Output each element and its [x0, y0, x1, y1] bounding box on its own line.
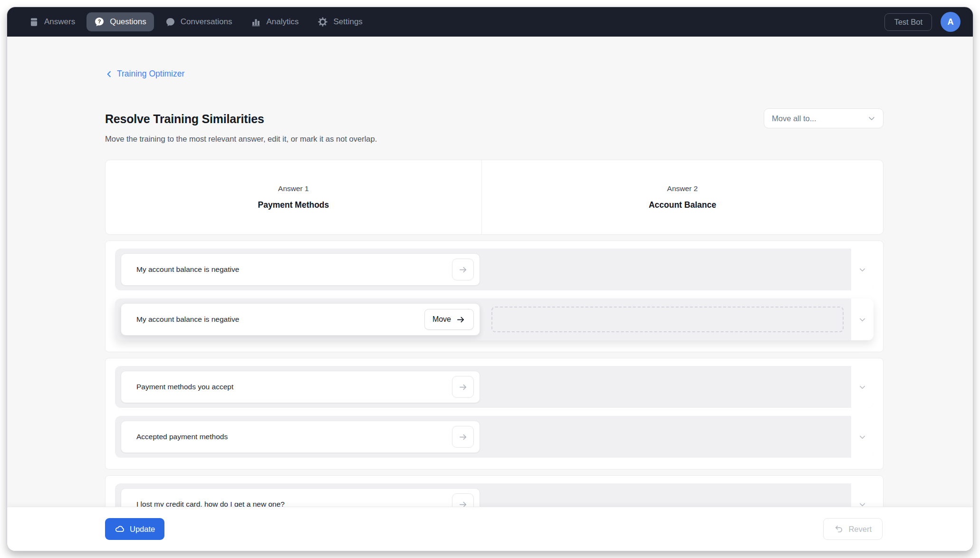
training-row: Payment methods you accept [115, 366, 874, 408]
undo-icon [834, 524, 844, 534]
training-row: Accepted payment methods [115, 416, 874, 458]
similarity-group: I lost my credit card, how do I get a ne… [105, 475, 884, 507]
answer-columns-header: Answer 1 Payment Methods Answer 2 Accoun… [105, 160, 884, 235]
expand-row-chevron[interactable] [851, 416, 874, 458]
title-block: Resolve Training Similarities Move the t… [105, 112, 377, 144]
expand-row-chevron[interactable] [851, 249, 874, 290]
analytics-icon [251, 17, 261, 27]
training-phrase-text: I lost my credit card, how do I get a ne… [136, 500, 452, 507]
page-subtitle: Move the training to the most relevant a… [105, 135, 377, 144]
training-phrase-card[interactable]: My account balance is negative Move [121, 303, 480, 336]
move-button-label: Move [432, 315, 451, 324]
svg-text:?: ? [98, 19, 101, 24]
drop-target-placeholder[interactable] [491, 307, 844, 332]
answers-icon [29, 17, 39, 27]
update-button-label: Update [130, 525, 155, 534]
move-button[interactable]: Move [424, 309, 474, 330]
app-window: Answers ? Questions Conversations Analyt… [7, 7, 973, 551]
training-phrase-card[interactable]: My account balance is negative [121, 253, 480, 286]
tab-label: Questions [110, 17, 146, 27]
test-bot-label: Test Bot [894, 18, 922, 26]
move-arrow-button[interactable] [452, 426, 474, 448]
answer-1-name: Payment Methods [258, 200, 329, 210]
tab-label: Analytics [266, 17, 298, 27]
answer-2-drop-area [480, 249, 851, 290]
tab-analytics[interactable]: Analytics [243, 13, 306, 31]
chevron-down-icon [858, 433, 867, 442]
training-phrase-text: My account balance is negative [136, 265, 452, 274]
main-area: Training Optimizer Resolve Training Simi… [7, 37, 973, 507]
training-row-dragging: My account balance is negative Move [115, 298, 874, 340]
answer-2-drop-area [480, 366, 851, 408]
answer-2-drop-area [480, 416, 851, 458]
tab-label: Answers [44, 17, 75, 27]
avatar[interactable]: A [941, 12, 961, 32]
move-all-dropdown[interactable]: Move all to... [764, 108, 884, 128]
training-row: My account balance is negative [115, 249, 874, 290]
similarity-group: My account balance is negative My accoun… [105, 241, 884, 352]
page-header: Resolve Training Similarities Move the t… [105, 112, 884, 144]
revert-button-label: Revert [848, 525, 872, 534]
chevron-down-icon [858, 500, 867, 507]
chevron-down-icon [858, 265, 867, 274]
expand-row-chevron[interactable] [851, 366, 874, 408]
training-phrase-card[interactable]: Payment methods you accept [121, 371, 480, 403]
answer-1-header: Answer 1 Payment Methods [106, 160, 482, 234]
training-row: I lost my credit card, how do I get a ne… [115, 483, 874, 507]
breadcrumb-training-optimizer[interactable]: Training Optimizer [105, 69, 184, 79]
arrow-right-icon [458, 382, 468, 392]
chevron-down-icon [858, 383, 867, 392]
expand-row-chevron[interactable] [851, 298, 874, 340]
tab-label: Conversations [181, 17, 232, 27]
update-button[interactable]: Update [105, 518, 164, 540]
chevron-down-icon [867, 114, 876, 123]
page-title: Resolve Training Similarities [105, 112, 377, 126]
expand-row-chevron[interactable] [851, 483, 874, 507]
top-navbar: Answers ? Questions Conversations Analyt… [7, 7, 973, 37]
arrow-right-icon [456, 315, 466, 325]
training-phrase-card[interactable]: I lost my credit card, how do I get a ne… [121, 488, 480, 507]
tab-label: Settings [333, 17, 362, 27]
move-arrow-button[interactable] [452, 376, 474, 398]
tab-conversations[interactable]: Conversations [158, 13, 240, 31]
answer-1-label: Answer 1 [278, 184, 309, 193]
questions-icon: ? [94, 17, 105, 27]
navbar-right: Test Bot A [884, 12, 961, 32]
back-chevron-icon [105, 70, 114, 78]
revert-button[interactable]: Revert [823, 518, 883, 540]
chevron-down-icon [858, 315, 867, 324]
avatar-initial: A [948, 17, 954, 27]
move-all-dropdown-label: Move all to... [772, 114, 867, 123]
settings-icon [317, 17, 328, 27]
training-phrase-text: Payment methods you accept [136, 383, 452, 391]
arrow-right-icon [458, 500, 468, 507]
answer-2-drop-area [480, 483, 851, 507]
similarity-group: Payment methods you accept Accepted paym… [105, 358, 884, 470]
tab-settings[interactable]: Settings [310, 12, 370, 31]
conversations-icon [165, 17, 175, 27]
training-phrase-text: My account balance is negative [136, 315, 424, 324]
tab-questions[interactable]: ? Questions [86, 12, 154, 31]
arrow-right-icon [458, 265, 468, 275]
training-phrase-text: Accepted payment methods [136, 433, 452, 441]
answer-2-name: Account Balance [649, 200, 716, 210]
answer-2-drop-area [480, 298, 851, 340]
move-arrow-button[interactable] [452, 259, 474, 280]
move-arrow-button[interactable] [452, 493, 474, 507]
arrow-right-icon [458, 432, 468, 442]
test-bot-button[interactable]: Test Bot [884, 13, 932, 31]
answer-2-label: Answer 2 [667, 184, 698, 193]
answer-2-header: Answer 2 Account Balance [482, 160, 883, 234]
training-phrase-card[interactable]: Accepted payment methods [121, 421, 480, 453]
cloud-icon [115, 524, 125, 534]
action-footer: Update Revert [7, 507, 973, 551]
breadcrumb-label: Training Optimizer [117, 69, 184, 79]
tab-answers[interactable]: Answers [21, 13, 83, 31]
